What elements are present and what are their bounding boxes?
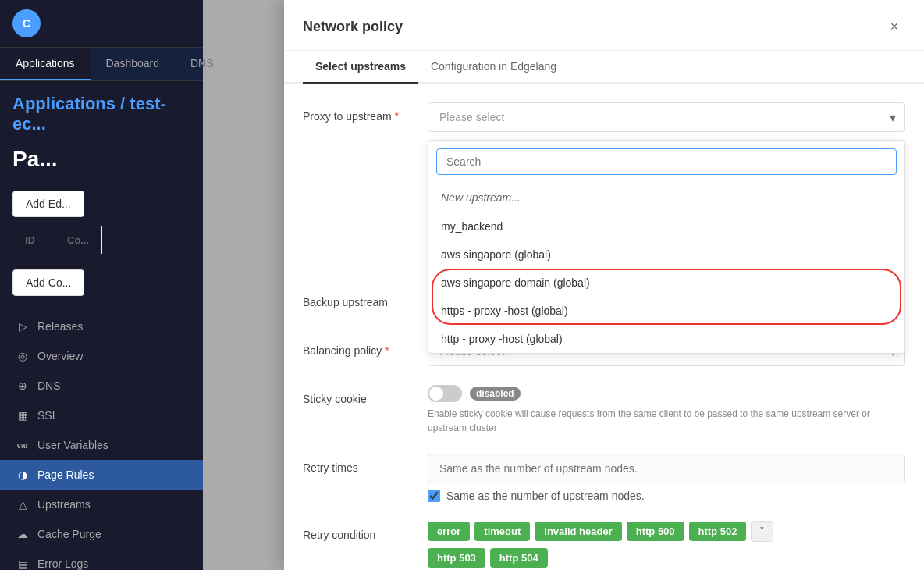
retry-condition-badges-row2: http 503 http 504 (428, 548, 905, 568)
badge-http-500[interactable]: http 500 (627, 522, 684, 541)
user-variables-label: User Variables (37, 439, 108, 451)
badge-error[interactable]: error (428, 522, 470, 541)
breadcrumb: Applications / test-ec... (0, 81, 203, 147)
page-rules-label: Page Rules (37, 468, 94, 481)
table-header: ID Co... (0, 226, 203, 260)
search-input[interactable] (436, 148, 897, 175)
add-edge-button[interactable]: Add Ed... (12, 191, 84, 217)
option-aws-singapore[interactable]: aws singapore (global) (428, 240, 904, 269)
retry-condition-row: Retry condition error timeout invalid he… (303, 521, 905, 568)
new-upstream-option[interactable]: New upstream... (428, 183, 904, 212)
add-condition-button[interactable]: Add Co... (12, 269, 84, 296)
ssl-icon: ▦ (16, 408, 30, 422)
sidebar-item-page-rules[interactable]: ◑ Page Rules (0, 460, 203, 490)
modal-title: Network policy (303, 19, 403, 35)
proxy-upstream-dropdown: New upstream... my_backend aws singapore… (428, 140, 905, 354)
option-my-backend[interactable]: my_backend (428, 212, 904, 240)
modal-header: Network policy × (284, 0, 924, 51)
retry-times-checkbox-row: Same as the number of upstream nodes. (428, 490, 905, 502)
sidebar-header: C (0, 0, 203, 48)
add-condition-area: Add Co... (0, 260, 203, 305)
sticky-cookie-control: disabled Enable sticky cookie will cause… (428, 385, 905, 435)
logo-icon: C (12, 9, 41, 37)
balancing-required-marker: * (385, 344, 389, 357)
retry-condition-badges: error timeout invalid header http 500 ht… (428, 521, 905, 542)
error-logs-icon: ▤ (16, 557, 30, 570)
sidebar-item-overview[interactable]: ◎ Overview (0, 341, 203, 371)
circled-options-group: aws singapore domain (global) https - pr… (428, 269, 904, 325)
tab-applications[interactable]: Applications (0, 48, 91, 80)
sidebar-item-cache-purge[interactable]: ☁ Cache Purge (0, 519, 203, 549)
toggle-row: disabled (428, 385, 905, 402)
proxy-upstream-select[interactable]: Please select (428, 102, 905, 132)
retry-times-row: Retry times Same as the number of upstre… (303, 454, 905, 502)
balancing-policy-label: Balancing policy * (303, 337, 428, 357)
page-rules-icon: ◑ (16, 468, 30, 482)
top-tabs: Applications Dashboard DNS (0, 48, 203, 81)
sticky-cookie-toggle[interactable] (428, 385, 462, 402)
backup-upstream-label: Backup upstream (303, 288, 428, 308)
sticky-cookie-help: Enable sticky cookie will cause requests… (428, 407, 905, 435)
option-http-proxy[interactable]: http - proxy -host (global) (428, 325, 904, 353)
sidebar-item-error-logs[interactable]: ▤ Error Logs (0, 549, 203, 570)
main-content: Network policy × Select upstreams Config… (203, 0, 924, 570)
sidebar-item-user-variables[interactable]: var User Variables (0, 430, 203, 460)
badge-http-503[interactable]: http 503 (428, 548, 485, 568)
upstreams-label: Upstreams (37, 498, 91, 511)
tab-select-upstreams[interactable]: Select upstreams (303, 51, 418, 84)
retry-times-checkbox-label: Same as the number of upstream nodes. (446, 490, 645, 502)
option-https-proxy[interactable]: https - proxy -host (global) (428, 297, 904, 325)
retry-condition-control: error timeout invalid header http 500 ht… (428, 521, 905, 568)
retry-condition-label: Retry condition (303, 521, 428, 541)
proxy-upstream-label: Proxy to upstream * (303, 102, 428, 123)
toggle-thumb (429, 387, 443, 401)
dns-label: DNS (37, 379, 61, 392)
badge-timeout[interactable]: timeout (474, 522, 530, 541)
sidebar-item-ssl[interactable]: ▦ SSL (0, 401, 203, 430)
proxy-upstream-row: Proxy to upstream * Please select ▾ (303, 102, 905, 132)
badge-invalid-header[interactable]: invalid header (535, 522, 621, 541)
proxy-upstream-control: Please select ▾ New upstream... my_backe… (428, 102, 905, 132)
releases-label: Releases (37, 320, 83, 333)
close-button[interactable]: × (883, 16, 905, 37)
logo: C (12, 9, 190, 37)
ssl-label: SSL (37, 409, 58, 422)
modal-body: Proxy to upstream * Please select ▾ (284, 84, 924, 570)
required-marker: * (395, 110, 399, 123)
sidebar-item-releases[interactable]: ▷ Releases (0, 312, 203, 341)
network-policy-modal: Network policy × Select upstreams Config… (284, 0, 924, 570)
badge-http-502[interactable]: http 502 (689, 522, 747, 541)
dns-icon: ⊕ (16, 379, 30, 393)
retry-times-control: Same as the number of upstream nodes. (428, 454, 905, 502)
retry-times-checkbox[interactable] (428, 490, 440, 502)
user-variables-icon: var (16, 438, 30, 452)
col-condition: Co... (55, 226, 102, 254)
proxy-upstream-select-wrapper: Please select ▾ (428, 102, 905, 132)
tab-configuration-edgelang[interactable]: Configuration in Edgelang (418, 51, 569, 84)
search-wrapper (428, 141, 904, 183)
tab-dashboard[interactable]: Dashboard (91, 48, 176, 80)
sidebar-item-upstreams[interactable]: △ Upstreams (0, 490, 203, 519)
col-id: ID (12, 226, 48, 254)
cache-purge-label: Cache Purge (37, 528, 101, 540)
cache-purge-icon: ☁ (16, 527, 30, 541)
sticky-cookie-label: Sticky cookie (303, 385, 428, 405)
retry-times-label: Retry times (303, 454, 428, 474)
page-title: Pa... (0, 147, 203, 181)
add-button-area: Add Ed... (0, 181, 203, 226)
badge-http-504[interactable]: http 504 (490, 548, 548, 568)
overview-label: Overview (37, 350, 83, 362)
option-aws-singapore-domain[interactable]: aws singapore domain (global) (428, 269, 904, 297)
upstreams-icon: △ (16, 497, 30, 511)
releases-icon: ▷ (16, 319, 30, 333)
sidebar-nav: ▷ Releases ◎ Overview ⊕ DNS ▦ SSL var Us… (0, 305, 203, 570)
error-logs-label: Error Logs (37, 558, 88, 570)
overview-icon: ◎ (16, 349, 30, 363)
sidebar-item-dns[interactable]: ⊕ DNS (0, 371, 203, 401)
retry-times-input[interactable] (428, 454, 905, 483)
sidebar: C Applications Dashboard DNS Application… (0, 0, 203, 570)
toggle-state-label: disabled (470, 387, 521, 401)
modal-tabs: Select upstreams Configuration in Edgela… (284, 51, 924, 84)
badge-more-button[interactable]: ˅ (751, 521, 773, 542)
sticky-cookie-row: Sticky cookie disabled Enable sticky coo… (303, 385, 905, 435)
